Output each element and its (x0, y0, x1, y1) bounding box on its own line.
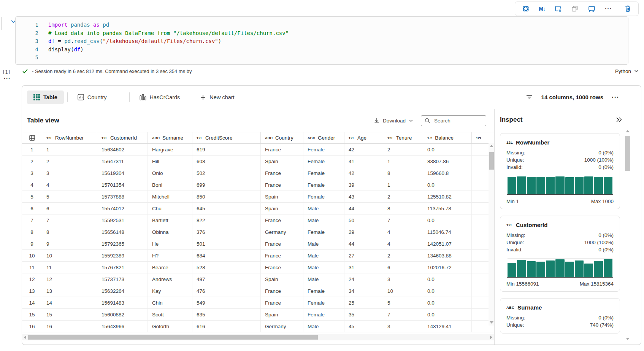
table-cell[interactable]: 1 (383, 156, 423, 167)
row-index[interactable]: 7 (22, 214, 42, 226)
table-cell[interactable]: Female (303, 226, 344, 238)
table-cell[interactable]: 27 (344, 250, 383, 261)
more-options-icon[interactable]: ··· (605, 7, 612, 11)
table-cell[interactable]: 4 (42, 179, 97, 191)
table-row[interactable]: 4415701354Boni699FranceFemale3910.0 (22, 179, 495, 191)
table-cell[interactable]: France (261, 250, 303, 261)
code-editor[interactable]: 1import pandas as pd2# Load data into pa… (16, 21, 628, 62)
table-cell[interactable]: 10 (42, 250, 97, 261)
row-index[interactable]: 11 (22, 262, 42, 273)
table-cell[interactable]: 376 (192, 226, 261, 238)
table-cell[interactable]: Male (303, 203, 344, 214)
table-row[interactable]: 111115767821Bearce528FranceMale316102016… (22, 262, 495, 273)
table-cell[interactable]: France (261, 167, 303, 179)
table-cell[interactable]: Female (303, 156, 344, 167)
table-cell[interactable]: 5 (42, 191, 97, 202)
table-cell[interactable]: 8 (383, 167, 423, 179)
inspect-scrollbar-thumb[interactable] (625, 136, 630, 171)
table-cell[interactable]: 115046.74 (423, 226, 472, 238)
table-cell[interactable]: 15656148 (97, 226, 148, 238)
table-cell[interactable]: Spain (261, 191, 303, 202)
table-cell[interactable]: 645 (192, 203, 261, 214)
table-cell[interactable]: 822 (192, 214, 261, 226)
table-cell[interactable]: 142051.07 (423, 238, 472, 249)
table-cell[interactable]: France (261, 179, 303, 191)
table-cell[interactable]: 14 (42, 297, 97, 308)
table-cell[interactable]: 143129.41 (423, 321, 472, 332)
table-cell[interactable]: 35 (344, 309, 383, 320)
table-cell[interactable]: 608 (192, 156, 261, 167)
table-cell[interactable]: 45 (344, 321, 383, 332)
table-cell[interactable]: 15767821 (97, 262, 148, 273)
vertical-scrollbar[interactable] (489, 143, 495, 326)
table-cell[interactable]: 1 (42, 144, 97, 155)
table-cell[interactable]: 476 (192, 285, 261, 297)
column-header-Surname[interactable]: ABCSurname (148, 132, 192, 143)
table-cell[interactable]: 684 (192, 250, 261, 261)
table-cell[interactable]: Female (303, 167, 344, 179)
table-cell[interactable]: 42 (344, 144, 383, 155)
horizontal-scrollbar[interactable] (22, 334, 494, 340)
table-cell[interactable]: 15643966 (97, 321, 148, 332)
table-cell[interactable]: 528 (192, 262, 261, 273)
table-cell[interactable]: 2 (383, 250, 423, 261)
table-cell[interactable]: 0.0 (423, 309, 472, 320)
table-cell[interactable]: 4 (383, 226, 423, 238)
table-cell[interactable]: 34 (344, 285, 383, 297)
table-cell[interactable]: 619 (192, 144, 261, 155)
table-cell[interactable]: 2 (42, 156, 97, 167)
table-cell[interactable]: 0.0 (423, 144, 472, 155)
row-index[interactable]: 16 (22, 321, 42, 332)
table-cell[interactable]: France (261, 214, 303, 226)
table-row[interactable]: 9915792365He501FranceMale444142051.07 (22, 238, 495, 250)
collapse-panel-icon[interactable] (615, 117, 623, 123)
filter-icon[interactable] (526, 94, 533, 100)
table-cell[interactable]: Female (303, 191, 344, 202)
table-cell[interactable]: Hargrave (148, 144, 192, 155)
table-cell[interactable]: 2 (383, 191, 423, 202)
table-cell[interactable]: Goforth (148, 321, 192, 332)
table-cell[interactable]: 44 (344, 238, 383, 249)
table-cell[interactable]: Germany (261, 321, 303, 332)
row-index[interactable]: 9 (22, 238, 42, 249)
table-row[interactable]: 1115634602Hargrave619FranceFemale4220.0 (22, 144, 495, 156)
table-cell[interactable]: 15634602 (97, 144, 148, 155)
table-cell[interactable]: 16 (42, 321, 97, 332)
table-cell[interactable]: 0.0 (423, 214, 472, 226)
column-header-Gender[interactable]: ABCGender (303, 132, 344, 143)
row-index[interactable]: 1 (22, 144, 42, 155)
table-cell[interactable]: 1 (383, 179, 423, 191)
horizontal-scrollbar-thumb[interactable] (28, 335, 318, 340)
table-cell[interactable]: France (261, 144, 303, 155)
table-cell[interactable]: Male (303, 238, 344, 249)
table-cell[interactable]: 0.0 (423, 179, 472, 191)
copilot-icon[interactable] (522, 5, 530, 13)
table-cell[interactable]: 15691483 (97, 297, 148, 308)
table-cell[interactable]: 39 (344, 179, 383, 191)
vertical-scrollbar-thumb[interactable] (489, 152, 494, 170)
table-row[interactable]: 7715592531Bartlett822FranceMale5070.0 (22, 214, 495, 226)
cell-more-icon[interactable]: ··· (4, 75, 11, 81)
table-cell[interactable]: 6 (42, 203, 97, 214)
results-more-icon[interactable]: ··· (612, 94, 619, 101)
tab-hascrcards[interactable]: HasCrCards (133, 91, 187, 104)
delete-cell-icon[interactable] (624, 5, 631, 13)
table-cell[interactable]: Male (303, 273, 344, 285)
table-cell[interactable]: Female (303, 309, 344, 320)
table-cell[interactable]: Female (303, 285, 344, 297)
table-cell[interactable]: 24 (344, 273, 383, 285)
table-cell[interactable]: 25 (344, 297, 383, 308)
row-index[interactable]: 3 (22, 167, 42, 179)
table-cell[interactable]: Scott (148, 309, 192, 320)
table-cell[interactable]: 8 (383, 203, 423, 214)
table-cell[interactable]: Spain (261, 203, 303, 214)
table-cell[interactable]: France (261, 297, 303, 308)
table-cell[interactable]: 31 (344, 262, 383, 273)
row-index[interactable]: 15 (22, 309, 42, 320)
table-row[interactable]: 151515600882Scott635SpainFemale3570.0 (22, 309, 495, 321)
new-chart-button[interactable]: New chart (194, 91, 241, 104)
table-cell[interactable]: France (261, 285, 303, 297)
row-index[interactable]: 14 (22, 297, 42, 308)
select-all-header[interactable] (22, 132, 42, 143)
table-cell[interactable]: 113755.78 (423, 203, 472, 214)
